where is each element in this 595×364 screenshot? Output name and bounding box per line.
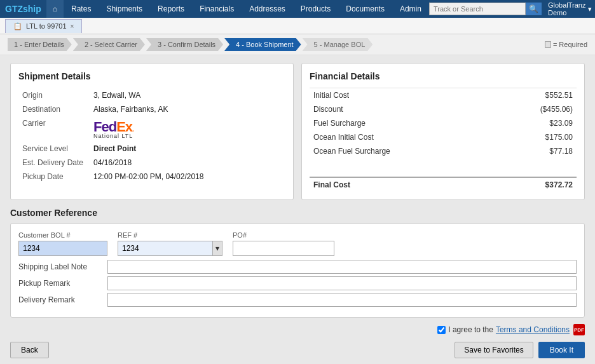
save-favorites-button[interactable]: Save to Favorites (455, 342, 533, 358)
terms-conditions-link[interactable]: Terms and Conditions (496, 325, 570, 334)
search-input[interactable] (429, 3, 526, 15)
carrier-row: Carrier FedEx. National LTL (20, 117, 284, 141)
po-group: PO# (233, 231, 334, 256)
tab-strip: 📋 LTL to 99701 × (0, 18, 595, 34)
bol-input[interactable] (18, 241, 107, 256)
top-navigation: GTZship ⌂ Rates Shipments Reports Financ… (0, 0, 595, 18)
delivery-remark-label: Delivery Remark (18, 295, 107, 304)
fedex-logo: FedEx. National LTL (93, 119, 282, 139)
est-delivery-row: Est. Delivery Date 04/16/2018 (20, 156, 284, 169)
service-row: Service Level Direct Point (20, 142, 284, 155)
pickup-label: Pickup Date (20, 170, 90, 183)
tab-close-button[interactable]: × (71, 23, 74, 30)
nav-documents[interactable]: Documents (338, 0, 392, 18)
fedex-subtitle: National LTL (93, 133, 133, 139)
pickup-remark-row: Pickup Remark (18, 276, 577, 290)
service-label: Service Level (20, 142, 90, 155)
fin-value-0: $552.51 (490, 88, 577, 103)
shipment-table: Origin 3, Edwall, WA Destination Alaska,… (18, 88, 285, 184)
fin-row-2: Fuel Surcharge $23.09 (310, 116, 577, 130)
fin-value-4: $77.18 (490, 144, 577, 158)
shipping-label-note-label: Shipping Label Note (18, 262, 107, 271)
est-delivery-label: Est. Delivery Date (20, 156, 90, 169)
pickup-remark-input[interactable] (107, 276, 577, 290)
origin-row: Origin 3, Edwall, WA (20, 89, 284, 102)
fin-value-3: $175.00 (490, 130, 577, 144)
carrier-logo: FedEx. National LTL (91, 117, 284, 141)
shipment-details-card: Shipment Details Origin 3, Edwall, WA De… (10, 63, 294, 200)
home-button[interactable]: ⌂ (46, 0, 64, 18)
step-3-label: 3 - Confirm Details (158, 41, 215, 48)
customer-ref-card: Customer BOL # REF # ▾ PO# Shipping Labe… (10, 223, 585, 318)
ref-label: REF # (118, 231, 222, 239)
ref-dropdown-button[interactable]: ▾ (213, 241, 222, 256)
nav-shipments[interactable]: Shipments (99, 0, 150, 18)
shipping-label-row: Shipping Label Note (18, 260, 577, 274)
home-icon: ⌂ (53, 4, 57, 13)
step-2-label: 2 - Select Carrier (85, 41, 137, 48)
logo-text: GTZship (5, 4, 41, 14)
fin-final-value: $372.72 (490, 177, 577, 192)
nav-reports[interactable]: Reports (150, 0, 192, 18)
ref-group: REF # ▾ (118, 231, 222, 256)
ref-input[interactable] (118, 241, 213, 256)
fedex-dot: . (132, 126, 133, 133)
search-area: 🔍 (429, 3, 542, 15)
ref-fields-row: Customer BOL # REF # ▾ PO# (18, 231, 577, 256)
user-menu[interactable]: GlobalTranz Demo ▾ (542, 1, 595, 17)
customer-ref-title: Customer Reference (10, 208, 585, 218)
required-box (545, 41, 551, 48)
required-note: = Required (545, 41, 587, 48)
pickup-remark-label: Pickup Remark (18, 279, 107, 288)
details-row: Shipment Details Origin 3, Edwall, WA De… (10, 63, 585, 200)
nav-rates[interactable]: Rates (64, 0, 99, 18)
agree-checkbox[interactable] (437, 326, 446, 334)
destination-row: Destination Alaska, Fairbanks, AK (20, 103, 284, 116)
fin-label-0: Initial Cost (310, 88, 490, 103)
po-input[interactable] (233, 241, 334, 256)
nav-admin[interactable]: Admin (392, 0, 429, 18)
financial-table: Initial Cost $552.51 Discount ($455.06) … (310, 88, 577, 192)
tab-ltl[interactable]: 📋 LTL to 99701 × (5, 19, 82, 33)
action-row: Back Save to Favorites Book It (10, 342, 585, 358)
est-delivery-value: 04/16/2018 (91, 156, 284, 169)
pdf-icon[interactable]: PDF (573, 324, 585, 335)
nav-products[interactable]: Products (293, 0, 338, 18)
fin-value-2: $23.09 (490, 116, 577, 130)
user-name: GlobalTranz Demo (548, 1, 586, 17)
fin-row-0: Initial Cost $552.51 (310, 88, 577, 103)
fin-spacer (310, 158, 577, 177)
ref-input-group: ▾ (118, 241, 222, 256)
fin-total-row: Final Cost $372.72 (310, 177, 577, 192)
book-it-button[interactable]: Book It (538, 342, 585, 358)
step-5[interactable]: 5 - Manage BOL (303, 38, 373, 51)
step-4-label: 4 - Book Shipment (236, 41, 294, 48)
origin-label: Origin (20, 89, 90, 102)
delivery-remark-input[interactable] (107, 293, 577, 307)
agree-text: I agree to the (448, 325, 493, 334)
nav-financials[interactable]: Financials (192, 0, 242, 18)
step-2[interactable]: 2 - Select Carrier (73, 38, 145, 51)
fin-row-1: Discount ($455.06) (310, 102, 577, 116)
destination-label: Destination (20, 103, 90, 116)
steps-bar: 1 - Enter Details 2 - Select Carrier 3 -… (0, 34, 595, 55)
nav-addresses[interactable]: Addresses (242, 0, 293, 18)
search-icon[interactable]: 🔍 (526, 3, 542, 15)
main-content: Shipment Details Origin 3, Edwall, WA De… (0, 55, 595, 364)
pickup-row: Pickup Date 12:00 PM-02:00 PM, 04/02/201… (20, 170, 284, 183)
fin-value-1: ($455.06) (490, 102, 577, 116)
bol-group: Customer BOL # (18, 231, 107, 256)
bol-label: Customer BOL # (18, 231, 107, 239)
pickup-value: 12:00 PM-02:00 PM, 04/02/2018 (91, 170, 284, 183)
step-1[interactable]: 1 - Enter Details (8, 38, 72, 51)
step-4[interactable]: 4 - Book Shipment (224, 38, 301, 51)
destination-value: Alaska, Fairbanks, AK (91, 103, 284, 116)
step-5-label: 5 - Manage BOL (314, 41, 366, 48)
fin-row-4: Ocean Fuel Surcharge $77.18 (310, 144, 577, 158)
step-3[interactable]: 3 - Confirm Details (146, 38, 223, 51)
required-label: = Required (553, 41, 587, 48)
back-button[interactable]: Back (10, 342, 49, 358)
shipping-label-note-input[interactable] (107, 260, 577, 274)
service-value: Direct Point (91, 142, 284, 155)
agree-checkbox-label[interactable]: I agree to the Terms and Conditions (437, 325, 570, 334)
